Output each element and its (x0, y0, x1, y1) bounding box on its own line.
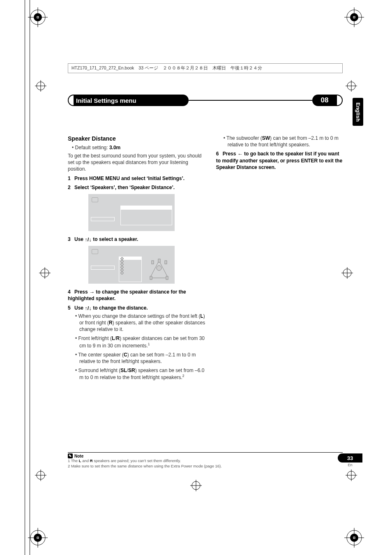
crop-mark-icon (28, 7, 48, 27)
print-header-strip: HTZ170_171_270_272_En.book 33 ページ ２００８年２… (68, 63, 343, 73)
footnote-2: 2 Make sure to set them the same distanc… (68, 464, 343, 469)
print-guide-line (25, 0, 25, 555)
up-down-arrow-icon: ↑/↓ (85, 237, 92, 242)
chapter-rule (189, 100, 312, 101)
menu-screenshot-2 (88, 246, 175, 284)
step-6: 6Press ← to go back to the speaker list … (216, 150, 343, 171)
footnote-1: 1 The L and R speakers are paired; you c… (68, 458, 343, 463)
default-setting: Default setting: 3.0m (68, 144, 208, 151)
svg-point-41 (157, 266, 161, 271)
sub-bullet: The center speaker (C) can be set from –… (68, 352, 208, 365)
step-4: 4Press → to change the speaker distance … (68, 289, 208, 302)
chapter-number: 08 (312, 95, 337, 106)
chapter-bar: Initial Settings menu 08 (68, 95, 343, 106)
language-tab: English (353, 98, 363, 126)
page-number: 33 En (338, 453, 362, 467)
svg-rect-42 (152, 261, 154, 264)
footnote-section: ✎ Note 1 The L and R speakers are paired… (68, 452, 343, 469)
chapter-cap-right (337, 95, 343, 106)
svg-rect-44 (165, 261, 167, 264)
registration-mark-icon (341, 267, 353, 279)
up-down-arrow-icon: ↑/↓ (85, 305, 92, 311)
right-arrow-icon: → (89, 289, 95, 295)
crop-mark-icon (344, 7, 364, 27)
note-heading: ✎ Note (68, 453, 343, 458)
sub-bullet: Surround left/right (SL/SR) speakers can… (68, 367, 208, 381)
registration-mark-icon (346, 80, 357, 92)
registration-mark-icon (35, 80, 46, 92)
print-guide-line (30, 0, 30, 555)
speaker-layout-icon (148, 258, 171, 281)
svg-rect-46 (166, 276, 168, 280)
svg-rect-45 (150, 276, 152, 280)
page-content: Initial Settings menu 08 English Speaker… (68, 95, 343, 469)
crop-mark-icon (28, 528, 48, 548)
registration-mark-icon (346, 469, 357, 481)
step-3: 3Use ↑/↓ to select a speaker. (68, 236, 208, 243)
registration-mark-icon (35, 469, 46, 481)
step-1: 1Press HOME MENU and select ‘Initial Set… (68, 175, 208, 182)
menu-screenshot-1 (88, 194, 175, 231)
column-left: Speaker Distance Default setting: 3.0m T… (68, 135, 208, 383)
chapter-cap-left (68, 95, 74, 106)
left-arrow-icon: ← (238, 151, 243, 157)
sub-bullet: The subwoofer (SW) can be set from –2.1 … (216, 135, 343, 148)
registration-mark-icon (39, 267, 51, 279)
sub-bullet: When you change the distance settings of… (68, 313, 208, 333)
svg-rect-43 (158, 259, 160, 262)
chapter-title: Initial Settings menu (74, 95, 189, 106)
section-heading: Speaker Distance (68, 135, 208, 143)
intro-paragraph: To get the best surround sound from your… (68, 153, 208, 173)
crop-mark-icon (344, 528, 364, 548)
sub-bullet: Front left/right (L/R) speaker distances… (68, 335, 208, 349)
step-2: 2Select ‘Speakers’, then ‘Speaker Distan… (68, 184, 208, 191)
registration-mark-icon (190, 480, 202, 491)
note-icon: ✎ (68, 453, 73, 458)
step-5: 5Use ↑/↓ to change the distance. (68, 305, 208, 311)
column-right: The subwoofer (SW) can be set from –2.1 … (216, 135, 343, 383)
